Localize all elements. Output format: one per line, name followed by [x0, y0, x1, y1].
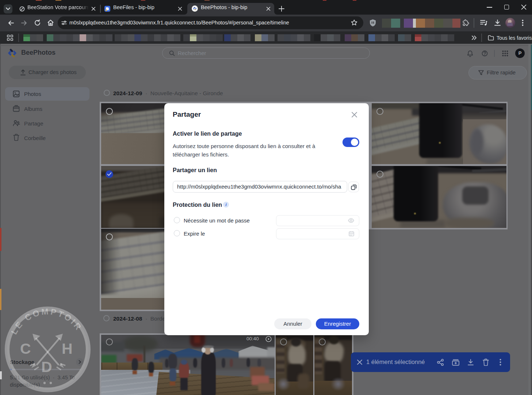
svg-text:H: H [62, 340, 73, 357]
svg-text:D: D [41, 359, 52, 375]
svg-text:C: C [20, 340, 31, 357]
